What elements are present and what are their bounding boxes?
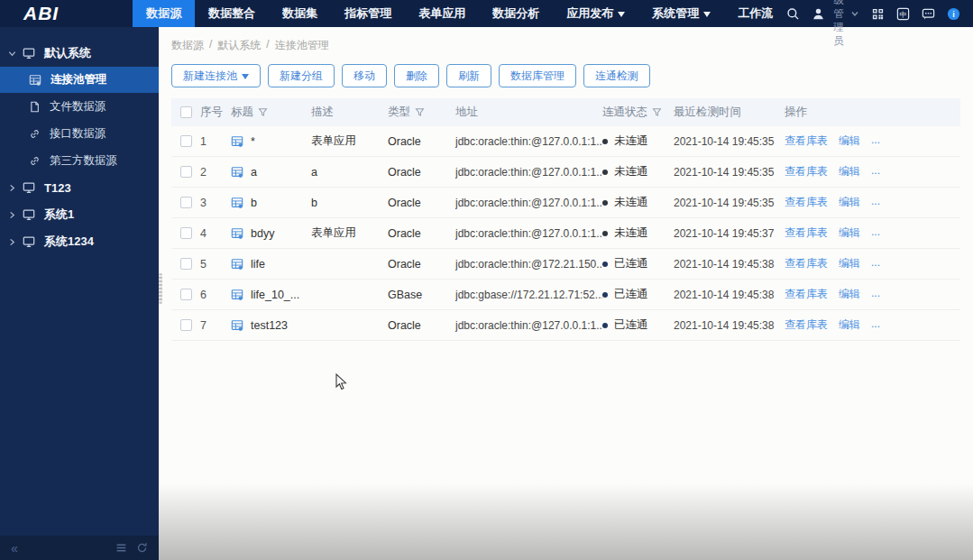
sidebar-item-system1[interactable]: 系统1 bbox=[0, 201, 159, 228]
nav-tab-dataset[interactable]: 数据集 bbox=[269, 0, 331, 27]
main-nav: 数据源数据整合数据集指标管理表单应用数据分析应用发布系统管理工作流 bbox=[133, 0, 786, 27]
cell-select bbox=[180, 258, 200, 270]
sidebar-item-api-datasource[interactable]: 接口数据源 bbox=[0, 120, 159, 147]
sidebar-item-file-datasource[interactable]: 文件数据源 bbox=[0, 93, 159, 120]
row-checkbox[interactable] bbox=[180, 289, 192, 300]
nav-tab-app-publish[interactable]: 应用发布 bbox=[553, 0, 638, 27]
nav-tab-data-integration[interactable]: 数据整合 bbox=[195, 0, 269, 27]
message-icon[interactable] bbox=[922, 7, 935, 21]
action-more[interactable]: ... bbox=[871, 317, 880, 333]
row-title[interactable]: bdyy bbox=[231, 227, 311, 240]
action-more[interactable]: ... bbox=[871, 164, 880, 179]
nav-tab-data-analysis[interactable]: 数据分析 bbox=[479, 0, 553, 27]
action-view-tables[interactable]: 查看库表 bbox=[785, 287, 828, 302]
row-title[interactable]: * bbox=[231, 135, 311, 148]
row-title[interactable]: life bbox=[231, 258, 311, 271]
sidebar-item-label: 系统1 bbox=[44, 207, 74, 223]
action-view-tables[interactable]: 查看库表 bbox=[785, 195, 828, 210]
select-all-checkbox[interactable] bbox=[180, 106, 192, 118]
collapse-icon[interactable]: « bbox=[11, 541, 17, 555]
filter-icon[interactable] bbox=[415, 107, 425, 117]
action-view-tables[interactable]: 查看库表 bbox=[785, 164, 828, 179]
action-view-tables[interactable]: 查看库表 bbox=[785, 225, 828, 241]
nav-tab-indicator-management[interactable]: 指标管理 bbox=[331, 0, 405, 27]
language-icon[interactable]: 中 bbox=[896, 7, 910, 21]
action-more[interactable]: ... bbox=[871, 256, 880, 271]
row-title[interactable]: test123 bbox=[231, 319, 311, 332]
row-number: 6 bbox=[200, 289, 231, 301]
header-select bbox=[180, 106, 200, 118]
sidebar-item-t123[interactable]: T123 bbox=[0, 174, 159, 201]
action-edit[interactable]: 编辑 bbox=[839, 164, 860, 179]
sidebar-scrollbar-thumb[interactable] bbox=[159, 273, 162, 304]
sidebar-item-label: 接口数据源 bbox=[50, 126, 106, 142]
user-name[interactable]: 超级管理员 bbox=[833, 0, 844, 48]
action-more[interactable]: ... bbox=[871, 225, 880, 241]
row-title[interactable]: b bbox=[231, 197, 311, 209]
action-edit[interactable]: 编辑 bbox=[839, 133, 860, 149]
app-logo[interactable]: ABI bbox=[0, 0, 133, 27]
row-checkbox[interactable] bbox=[180, 319, 192, 331]
action-more[interactable]: ... bbox=[871, 287, 880, 302]
caret-down-icon[interactable] bbox=[8, 50, 23, 58]
list-icon[interactable] bbox=[115, 542, 127, 554]
action-view-tables[interactable]: 查看库表 bbox=[785, 256, 828, 271]
row-checkbox[interactable] bbox=[180, 197, 192, 208]
action-view-tables[interactable]: 查看库表 bbox=[785, 317, 828, 333]
row-check-time: 2021-10-14 19:45:38 bbox=[674, 258, 785, 271]
toolbar: 新建连接池新建分组移动删除刷新数据库管理连通检测 bbox=[171, 64, 960, 87]
database-management-button[interactable]: 数据库管理 bbox=[499, 64, 576, 87]
action-edit[interactable]: 编辑 bbox=[839, 256, 860, 271]
row-number: 4 bbox=[200, 227, 231, 240]
filter-icon[interactable] bbox=[258, 107, 268, 117]
delete-button[interactable]: 删除 bbox=[394, 64, 439, 87]
breadcrumb-item[interactable]: 连接池管理 bbox=[275, 38, 329, 53]
row-actions: 查看库表编辑... bbox=[785, 164, 960, 179]
row-title[interactable]: a bbox=[231, 166, 311, 179]
action-more[interactable]: ... bbox=[871, 133, 880, 149]
action-edit[interactable]: 编辑 bbox=[839, 225, 860, 241]
search-icon[interactable] bbox=[786, 7, 800, 21]
user-avatar-icon[interactable] bbox=[812, 7, 825, 21]
connectivity-check-button[interactable]: 连通检测 bbox=[583, 64, 650, 87]
qr-code-icon[interactable] bbox=[871, 7, 885, 21]
row-title[interactable]: life_10_... bbox=[231, 289, 311, 301]
sidebar-item-third-party-datasource[interactable]: 第三方数据源 bbox=[0, 147, 159, 174]
nav-tab-workflow[interactable]: 工作流 bbox=[724, 0, 786, 27]
caret-right-icon[interactable] bbox=[8, 211, 23, 219]
caret-right-icon[interactable] bbox=[8, 238, 23, 246]
move-button[interactable]: 移动 bbox=[342, 64, 387, 87]
caret-right-icon[interactable] bbox=[8, 184, 23, 192]
cell-select bbox=[180, 166, 200, 178]
row-checkbox[interactable] bbox=[180, 166, 192, 178]
table-row: 1*表单应用Oraclejdbc:oracle:thin:@127.0.0.1:… bbox=[171, 126, 960, 157]
nav-tab-system-management[interactable]: 系统管理 bbox=[638, 0, 724, 27]
breadcrumb-item[interactable]: 默认系统 bbox=[217, 38, 261, 53]
user-chevron-down-icon[interactable] bbox=[850, 9, 859, 18]
dropdown-caret-icon bbox=[618, 12, 625, 17]
action-more[interactable]: ... bbox=[871, 195, 880, 210]
action-edit[interactable]: 编辑 bbox=[839, 317, 860, 333]
sidebar-item-connection-pool-management[interactable]: 连接池管理 bbox=[0, 67, 159, 93]
nav-tab-datasource[interactable]: 数据源 bbox=[133, 0, 195, 27]
row-type: Oracle bbox=[388, 227, 455, 240]
info-icon[interactable]: i bbox=[947, 7, 960, 21]
breadcrumb-item[interactable]: 数据源 bbox=[171, 38, 204, 53]
connection-pool-icon bbox=[231, 227, 243, 240]
action-edit[interactable]: 编辑 bbox=[839, 195, 860, 210]
sidebar-item-default-system[interactable]: 默认系统 bbox=[0, 40, 159, 67]
refresh-button[interactable]: 刷新 bbox=[446, 64, 491, 87]
action-edit[interactable]: 编辑 bbox=[839, 287, 860, 302]
new-connection-pool-button[interactable]: 新建连接池 bbox=[171, 64, 261, 87]
refresh-icon[interactable] bbox=[136, 542, 148, 554]
filter-icon[interactable] bbox=[652, 107, 662, 117]
row-checkbox[interactable] bbox=[180, 135, 192, 147]
new-group-button[interactable]: 新建分组 bbox=[268, 64, 335, 87]
row-checkbox[interactable] bbox=[180, 227, 192, 239]
row-check-time: 2021-10-14 19:45:38 bbox=[674, 319, 785, 332]
nav-tab-form-application[interactable]: 表单应用 bbox=[405, 0, 479, 27]
nav-tab-label: 数据源 bbox=[146, 5, 181, 22]
action-view-tables[interactable]: 查看库表 bbox=[785, 133, 828, 149]
row-checkbox[interactable] bbox=[180, 258, 192, 270]
sidebar-item-system1234[interactable]: 系统1234 bbox=[0, 228, 159, 255]
